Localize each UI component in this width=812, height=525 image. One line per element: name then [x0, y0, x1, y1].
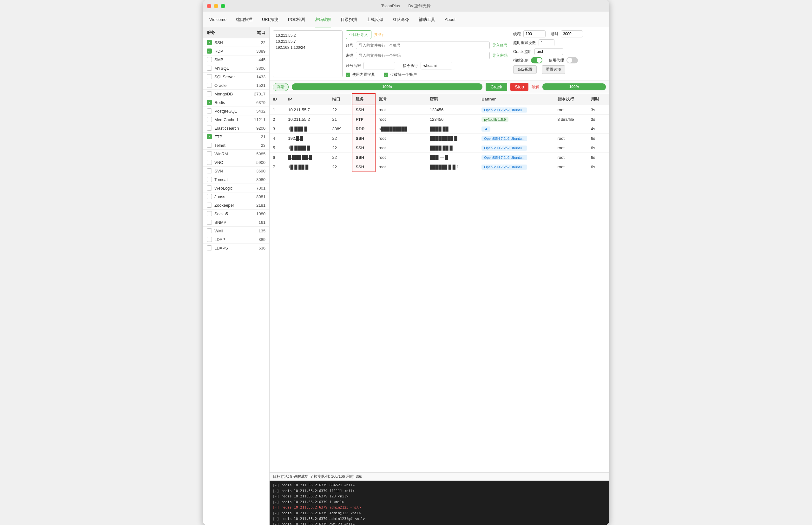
sidebar-item-postgresql[interactable]: PostgreSQL 5432	[203, 107, 269, 116]
sidebar-item-vnc[interactable]: VNC 5900	[203, 158, 269, 167]
proxy-toggle[interactable]	[566, 57, 578, 63]
pojie-link[interactable]: 破解	[532, 84, 539, 90]
sidebar-item-svn[interactable]: SVN 3690	[203, 167, 269, 175]
use-dict-checkbox[interactable]: ✓	[346, 73, 350, 77]
use-dict-check[interactable]: ✓ 使用内置字典	[346, 72, 375, 77]
checkbox-weblogic[interactable]	[207, 185, 212, 191]
checkbox-smb[interactable]	[207, 57, 212, 62]
nav-poc[interactable]: POC检测	[288, 16, 305, 24]
checkbox-memcached[interactable]	[207, 117, 212, 122]
checkbox-ldaps[interactable]	[207, 245, 212, 251]
sidebar-item-winrm[interactable]: WinRM 5985	[203, 150, 269, 158]
sidebar-item-ldap[interactable]: LDAP 389	[203, 235, 269, 244]
sidebar-item-ssh[interactable]: SSH 22	[203, 39, 269, 47]
sidebar-item-redis[interactable]: Redis 6379	[203, 98, 269, 107]
cmd-input[interactable]	[420, 62, 452, 70]
suffix-input[interactable]	[364, 62, 395, 70]
log-line: [-] redis 10.211.55.2:6379 admin123!@# <…	[273, 516, 606, 522]
table-cell: 4s	[588, 124, 609, 134]
sidebar-item-socks5[interactable]: Socks5 1080	[203, 210, 269, 218]
progress-text-2: 100%	[569, 85, 579, 89]
checkbox-sqlserver[interactable]	[207, 74, 212, 79]
nav-welcome[interactable]: Welcome	[209, 16, 226, 23]
service-name-memcached: MemCached	[215, 117, 247, 122]
retry-input[interactable]	[538, 39, 555, 46]
sidebar-item-smb[interactable]: SMB 445	[203, 56, 269, 64]
import-username-button[interactable]: 导入账号	[492, 43, 507, 48]
nav-redteam[interactable]: 红队命令	[393, 16, 409, 24]
checkbox-jboss[interactable]	[207, 194, 212, 199]
checkbox-winrm[interactable]	[207, 151, 212, 156]
sidebar-item-telnet[interactable]: Telnet 23	[203, 141, 269, 150]
sidebar-item-snmp[interactable]: SNMP 161	[203, 218, 269, 227]
username-row: 账号 导入账号	[346, 42, 507, 49]
crack-button[interactable]: Crack	[486, 83, 507, 91]
nav-about[interactable]: About	[445, 16, 456, 23]
checkbox-oracle[interactable]	[207, 83, 212, 88]
checkbox-ftp[interactable]	[207, 134, 212, 139]
import-password-button[interactable]: 导入密码	[492, 53, 507, 58]
fingerprint-label: 指纹识别	[513, 58, 529, 63]
sidebar-item-rdp[interactable]: RDP 3389	[203, 47, 269, 56]
nav-rebound[interactable]: 上线反弹	[367, 16, 383, 24]
checkbox-postgresql[interactable]	[207, 108, 212, 114]
table-header-ID: ID	[270, 93, 285, 105]
advanced-button[interactable]: 高级配置	[513, 65, 537, 74]
nav-password-crack[interactable]: 密码破解	[315, 16, 331, 24]
table-cell: SSH	[352, 105, 375, 115]
password-input[interactable]	[356, 52, 490, 59]
one-account-checkbox[interactable]: ✓	[384, 73, 388, 77]
sidebar-item-oracle[interactable]: Oracle 1521	[203, 81, 269, 90]
checkbox-elasticsearch[interactable]	[207, 125, 212, 131]
sidebar-item-ldaps[interactable]: LDAPS 636	[203, 244, 269, 252]
sidebar-item-memcached[interactable]: MemCached 11211	[203, 116, 269, 124]
stop-button[interactable]: Stop	[510, 83, 529, 91]
checkbox-redis[interactable]	[207, 100, 212, 105]
nav-url-detect[interactable]: URL探测	[262, 16, 279, 24]
thread-input[interactable]	[523, 30, 546, 38]
sidebar-item-elasticsearch[interactable]: Elasticsearch 9200	[203, 124, 269, 133]
sidebar-item-mysql[interactable]: MYSQL 3306	[203, 64, 269, 73]
import-target-button[interactable]: <-目标导入	[346, 30, 371, 39]
nav-port-scan[interactable]: 端口扫描	[236, 16, 252, 24]
reset-button[interactable]: 重置选项	[542, 65, 565, 74]
timeout-input[interactable]	[561, 30, 583, 38]
sidebar-item-tomcat[interactable]: Tomcat 8080	[203, 175, 269, 184]
one-account-check[interactable]: ✓ 仅破解一个账户	[384, 72, 417, 77]
checkbox-ssh[interactable]	[207, 40, 212, 45]
table-cell: 5	[270, 143, 285, 153]
nav-dir-scan[interactable]: 目录扫描	[341, 16, 357, 24]
table-cell: ████.██ █	[427, 143, 478, 153]
checkbox-mongodb[interactable]	[207, 91, 212, 96]
checkbox-svn[interactable]	[207, 168, 212, 174]
target-input-box[interactable]: 10.211.55.210.211.55.7192.168.1.100/24	[273, 30, 342, 77]
checkbox-snmp[interactable]	[207, 220, 212, 225]
service-name-mongodb: MongoDB	[215, 92, 247, 96]
checkbox-telnet[interactable]	[207, 142, 212, 148]
service-port-jboss: 8081	[247, 194, 265, 199]
checkbox-wmi[interactable]	[207, 228, 212, 233]
checkbox-ldap[interactable]	[207, 237, 212, 242]
sidebar-item-wmi[interactable]: WMI 135	[203, 227, 269, 235]
checkbox-tomcat[interactable]	[207, 177, 212, 182]
sidebar-item-zookeeper[interactable]: Zookeeper 2181	[203, 201, 269, 210]
minimize-button[interactable]	[214, 4, 218, 8]
service-name-postgresql: PostgreSQL	[215, 109, 247, 114]
sidebar-item-ftp[interactable]: FTP 21	[203, 133, 269, 141]
checkbox-socks5[interactable]	[207, 211, 212, 216]
sidebar-item-sqlserver[interactable]: SQLServer 1433	[203, 73, 269, 81]
checkbox-mysql[interactable]	[207, 65, 212, 71]
checkbox-zookeeper[interactable]	[207, 202, 212, 208]
sidebar-item-weblogic[interactable]: WebLogic 7001	[203, 184, 269, 192]
oracle-input[interactable]	[534, 48, 563, 55]
sidebar-item-mongodb[interactable]: MongoDB 27017	[203, 90, 269, 98]
table-cell: 6	[270, 153, 285, 162]
maximize-button[interactable]	[221, 4, 225, 8]
username-input[interactable]	[356, 42, 490, 49]
checkbox-rdp[interactable]	[207, 48, 212, 54]
checkbox-vnc[interactable]	[207, 160, 212, 165]
close-button[interactable]	[207, 4, 211, 8]
nav-tools[interactable]: 辅助工具	[419, 16, 435, 24]
sidebar-item-jboss[interactable]: Jboss 8081	[203, 192, 269, 201]
fingerprint-toggle[interactable]	[531, 57, 542, 63]
